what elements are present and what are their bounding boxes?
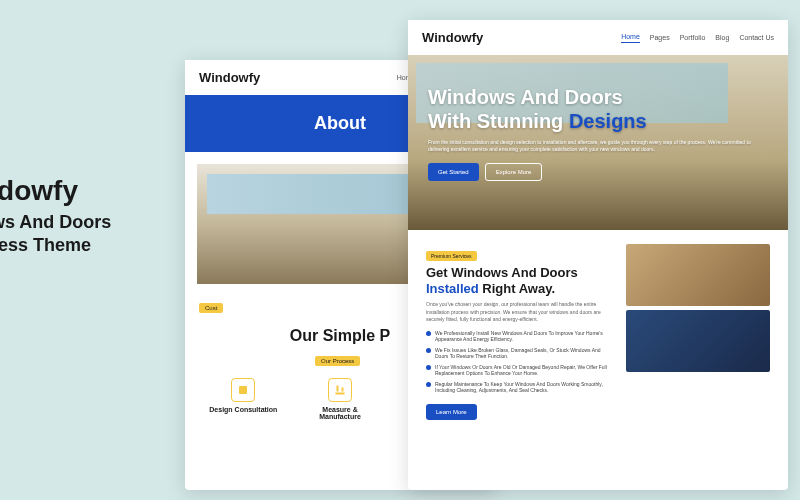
process-item: Measure & Manufacture [296, 378, 385, 420]
hero-title: Windows And Doors With Stunning Designs [428, 85, 768, 133]
promo-title: ndowfy [0, 175, 180, 207]
nav-home[interactable]: Home [621, 33, 640, 43]
list-item: We Fix Issues Like Broken Glass, Damaged… [426, 347, 614, 360]
services-section: Premium Services Get Windows And Doors I… [408, 230, 788, 434]
list-item: We Professionally Install New Windows An… [426, 330, 614, 343]
bullet-icon [426, 382, 431, 387]
services-images [626, 244, 770, 420]
logo[interactable]: Windowfy [199, 70, 260, 85]
services-title: Get Windows And Doors Installed Right Aw… [426, 265, 614, 296]
learn-more-button[interactable]: Learn More [426, 404, 477, 420]
services-content: Premium Services Get Windows And Doors I… [426, 244, 614, 420]
list-item: If Your Windows Or Doors Are Old Or Dama… [426, 364, 614, 377]
process-item: Design Consultation [199, 378, 288, 420]
explore-more-button[interactable]: Explore More [485, 163, 543, 181]
bullet-icon [426, 331, 431, 336]
logo[interactable]: Windowfy [422, 30, 483, 45]
hero-desc: From the initial consultation and design… [428, 139, 768, 153]
header: Windowfy Home Pages Portfolio Blog Conta… [408, 20, 788, 55]
process-tag: Our Process [315, 356, 360, 366]
design-icon [231, 378, 255, 402]
home-page-card: Windowfy Home Pages Portfolio Blog Conta… [408, 20, 788, 490]
bullet-icon [426, 348, 431, 353]
hero: Windows And Doors With Stunning Designs … [408, 55, 788, 230]
services-desc: Once you've chosen your design, our prof… [426, 301, 614, 324]
tag: Cust [199, 303, 223, 313]
nav-blog[interactable]: Blog [715, 34, 729, 41]
promo-subtitle: ows And Doors press Theme [0, 211, 180, 258]
service-image-2 [626, 310, 770, 372]
services-tag: Premium Services [426, 251, 477, 261]
get-started-button[interactable]: Get Started [428, 163, 479, 181]
list-item: Regular Maintenance To Keep Your Windows… [426, 381, 614, 394]
svg-rect-0 [239, 386, 247, 394]
hero-buttons: Get Started Explore More [428, 163, 768, 181]
promo-text: ndowfy ows And Doors press Theme [0, 175, 180, 258]
service-image-1 [626, 244, 770, 306]
nav: Home Pages Portfolio Blog Contact Us [621, 33, 774, 43]
bullet-icon [426, 365, 431, 370]
nav-pages[interactable]: Pages [650, 34, 670, 41]
measure-icon [328, 378, 352, 402]
nav-portfolio[interactable]: Portfolio [680, 34, 706, 41]
nav-contact[interactable]: Contact Us [739, 34, 774, 41]
services-list: We Professionally Install New Windows An… [426, 330, 614, 394]
